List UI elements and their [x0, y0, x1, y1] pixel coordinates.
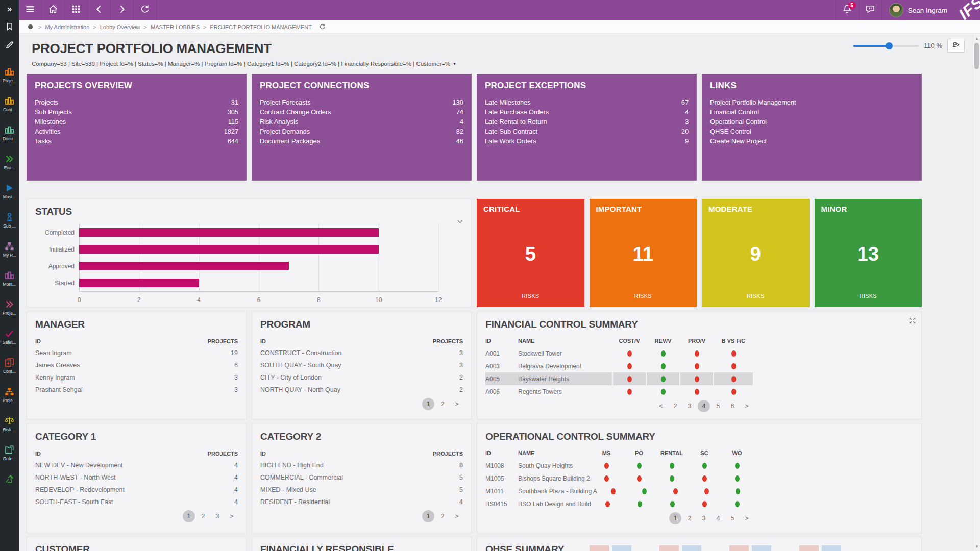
stat-row[interactable]: Project Demands82: [260, 127, 463, 136]
chevron-down-icon[interactable]: [456, 218, 464, 228]
table-row[interactable]: SOUTH-EAST - South East4: [35, 496, 238, 508]
stat-row[interactable]: Contract Change Orders74: [260, 107, 463, 117]
stat-row[interactable]: Tasks644: [35, 136, 238, 146]
pagination-page[interactable]: 6: [726, 400, 739, 412]
table-row[interactable]: Prashant Sehgal3: [35, 384, 238, 396]
pagination-page[interactable]: 1: [422, 398, 434, 410]
breadcrumb-item[interactable]: MASTER LOBBIES: [151, 24, 200, 30]
table-row[interactable]: A006Regents Towers: [485, 385, 753, 398]
pagination-page[interactable]: 5: [726, 512, 739, 524]
risk-card[interactable]: MINOR13RISKS: [815, 199, 922, 307]
pagination-prev[interactable]: <: [655, 400, 667, 412]
pagination-page[interactable]: 3: [211, 510, 224, 522]
zoom-slider-handle[interactable]: [886, 42, 893, 49]
notifications-button[interactable]: 5: [836, 0, 859, 20]
table-row[interactable]: M1005Bishops Square Building 2: [485, 472, 753, 485]
sidebar-item[interactable]: Proje...: [0, 296, 19, 325]
refresh-button[interactable]: [134, 0, 157, 20]
stat-row[interactable]: Sub Projects305: [35, 107, 238, 117]
stat-row[interactable]: Milestones115: [35, 117, 238, 127]
table-row[interactable]: NORTH-WEST - North West4: [35, 471, 238, 484]
risk-card[interactable]: IMPORTANT11RISKS: [590, 199, 697, 307]
table-row[interactable]: SOUTH QUAY - South Quay3: [260, 359, 463, 371]
risk-card[interactable]: MODERATE9RISKS: [702, 199, 810, 307]
scrollbar-thumb[interactable]: [974, 43, 979, 69]
sidebar-item[interactable]: Docu...: [0, 121, 19, 151]
chart-bar[interactable]: [79, 262, 289, 270]
sidebar-item[interactable]: My P...: [0, 238, 19, 267]
breadcrumb-item[interactable]: Lobby Overview: [100, 24, 140, 30]
sidebar-item[interactable]: Cont...: [0, 92, 19, 121]
breadcrumb-refresh-button[interactable]: [319, 23, 326, 30]
sidebar-item[interactable]: Risk ...: [0, 412, 19, 441]
table-row[interactable]: CITY - City of London2: [260, 371, 463, 384]
pagination-next[interactable]: >: [226, 510, 238, 522]
table-row[interactable]: Sean Ingram19: [35, 347, 238, 359]
back-button[interactable]: [88, 0, 111, 20]
pagination-page[interactable]: 2: [436, 510, 449, 522]
pagination-page[interactable]: 5: [712, 400, 724, 412]
table-row[interactable]: A001Stockwell Tower: [485, 347, 753, 360]
edit-lobby-button[interactable]: [0, 37, 19, 55]
pagination-next[interactable]: >: [741, 400, 753, 412]
sidebar-item[interactable]: [0, 470, 19, 499]
card-link[interactable]: Financial Control: [710, 107, 914, 117]
stat-row[interactable]: Document Packages46: [260, 136, 463, 146]
stat-row[interactable]: Late Sub Contract20: [485, 127, 689, 136]
filter-summary[interactable]: Company=53 | Site=530 | Project Id=% | S…: [32, 61, 980, 67]
breadcrumb-item[interactable]: My Administration: [45, 24, 89, 30]
sidebar-item[interactable]: Mont...: [0, 267, 19, 296]
pagination-page[interactable]: 2: [683, 512, 696, 524]
pagination-page[interactable]: 3: [698, 512, 710, 524]
table-row[interactable]: CONSTRUCT - Construction3: [260, 347, 463, 359]
card-link[interactable]: Operational Control: [710, 117, 914, 127]
pagination-page[interactable]: 1: [183, 510, 195, 522]
sidebar-item[interactable]: Orde...: [0, 441, 19, 470]
zoom-options-button[interactable]: [947, 39, 965, 53]
scroll-down-arrow[interactable]: ▼: [973, 543, 980, 550]
stat-row[interactable]: Late Work Orders9: [485, 136, 689, 146]
table-row[interactable]: RESIDENT - Residential4: [260, 496, 463, 508]
sidebar-item[interactable]: Proje...: [0, 383, 19, 412]
table-row[interactable]: HIGH END - High End8: [260, 459, 463, 471]
zoom-slider[interactable]: [853, 42, 919, 49]
sidebar-item[interactable]: Exa...: [0, 151, 19, 180]
table-row[interactable]: NORTH QUAY - North Quay2: [260, 384, 463, 396]
stat-row[interactable]: Projects31: [35, 97, 238, 107]
expand-icon[interactable]: [909, 317, 916, 327]
table-row[interactable]: REDEVELOP - Redevelopment4: [35, 484, 238, 496]
pagination-page[interactable]: 3: [683, 400, 696, 412]
table-row[interactable]: COMMERCIAL - Commercial5: [260, 471, 463, 484]
sidebar-item[interactable]: Mast...: [0, 180, 19, 209]
pagination-page[interactable]: 2: [669, 400, 681, 412]
stat-row[interactable]: Late Rental to Return3: [485, 117, 689, 127]
table-row[interactable]: MIXED - Mixed Use5: [260, 484, 463, 496]
chart-bar[interactable]: [79, 245, 379, 254]
table-row[interactable]: M1011Southbank Plaza - Building A: [485, 485, 753, 497]
sidebar-item[interactable]: Sub ...: [0, 209, 19, 238]
chart-bar[interactable]: [79, 228, 379, 237]
table-row[interactable]: BS0415BSO Lab Design and Build: [485, 497, 753, 510]
bookmarks-button[interactable]: [0, 18, 19, 37]
forward-button[interactable]: [111, 0, 134, 20]
stat-row[interactable]: Late Milestones67: [485, 97, 689, 107]
stat-row[interactable]: Project Forecasts130: [260, 97, 463, 107]
menu-button[interactable]: [19, 0, 42, 20]
apps-button[interactable]: [65, 0, 88, 20]
chart-bar[interactable]: [79, 279, 199, 287]
sidebar-item[interactable]: Cont...: [0, 354, 19, 383]
home-button[interactable]: [42, 0, 65, 20]
stat-row[interactable]: Late Purchase Orders4: [485, 107, 689, 117]
card-link[interactable]: Create New Project: [710, 136, 914, 146]
scroll-up-arrow[interactable]: ▲: [973, 35, 980, 42]
card-link[interactable]: Project Portfolio Management: [710, 97, 914, 107]
table-row[interactable]: A003Belgravia Development: [485, 360, 753, 372]
table-row[interactable]: James Greaves6: [35, 359, 238, 371]
stat-row[interactable]: Risk Analysis4: [260, 117, 463, 127]
sidebar-item[interactable]: Proje...: [0, 63, 19, 92]
pagination-page[interactable]: 2: [197, 510, 209, 522]
table-row[interactable]: Kenny Ingram3: [35, 371, 238, 384]
sidebar-item[interactable]: Safet...: [0, 325, 19, 354]
card-link[interactable]: QHSE Control: [710, 127, 914, 136]
pagination-page[interactable]: 4: [698, 400, 710, 412]
